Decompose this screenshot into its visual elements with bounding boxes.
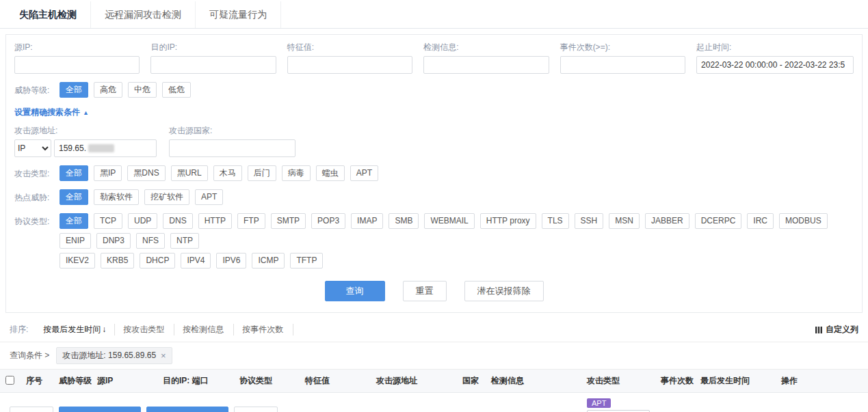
custom-columns-button[interactable]: 自定义列 [815, 324, 858, 335]
filter-option-chip[interactable]: 全部 [60, 189, 88, 205]
filter-option-chip[interactable]: DNP3 [96, 233, 131, 249]
protocol-options-line2: IKEV2 KRB5 DHCP IPV4 IPV6 ICMP TFTP [60, 253, 854, 269]
filter-option-chip[interactable]: SMB [389, 213, 419, 229]
footer-button-3[interactable] [146, 407, 228, 412]
filter-option-chip[interactable]: 后门 [248, 165, 276, 181]
filter-option-chip[interactable]: JABBER [645, 213, 689, 229]
filter-option-chip[interactable]: APT [350, 165, 378, 181]
detection-info-input[interactable] [423, 56, 549, 74]
filter-option-chip[interactable]: 全部 [60, 213, 88, 229]
time-range-field: 起止时间: [696, 42, 854, 74]
sort-option[interactable]: 按最后发生时间↓ [35, 324, 115, 335]
filter-option-chip[interactable]: 勒索软件 [94, 189, 139, 205]
attack-source-ip-input[interactable]: 159.65. [54, 139, 157, 157]
detection-info-label: 检测信息: [423, 42, 549, 53]
tab-suspicious-traffic[interactable]: 可疑流量行为 [196, 1, 281, 28]
filter-option-chip[interactable]: 高危 [94, 82, 122, 98]
filter-option-chip[interactable]: 全部 [60, 165, 88, 181]
advanced-search-toggle[interactable]: 设置精确搜索条件 ▲ [14, 107, 89, 118]
filter-option-chip[interactable]: 全部 [60, 82, 88, 98]
threat-level-label: 威胁等级: [14, 85, 55, 96]
threat-level-options: 全部 高危 中危 低危 [60, 82, 854, 98]
src-ip-label: 源IP: [14, 42, 140, 53]
filter-option-chip[interactable]: HTTP proxy [480, 213, 536, 229]
filter-option-chip[interactable]: POP3 [311, 213, 345, 229]
filter-option-chip[interactable]: TCP [94, 213, 122, 229]
filter-option-chip[interactable]: 黑IP [94, 165, 122, 181]
filter-option-chip[interactable]: 低危 [162, 82, 191, 98]
reset-button[interactable]: 重置 [403, 281, 447, 301]
last-time-cell: 2022-03-22 23:51:21 [695, 393, 776, 412]
select-all-checkbox[interactable] [5, 376, 14, 385]
query-button[interactable]: 查询 [325, 281, 385, 301]
filter-option-chip[interactable]: ICMP [252, 253, 285, 269]
filter-option-chip[interactable]: DNS [163, 213, 192, 229]
attack-type-options: 全部 黑IP 黑DNS 黑URL 木马 后门 病毒 蠕虫 APT [60, 165, 854, 181]
src-ip-input[interactable] [14, 56, 140, 74]
filter-option-chip[interactable]: 黑URL [171, 165, 208, 181]
filter-option-chip[interactable]: IPV4 [181, 253, 211, 269]
attack-source-type-select[interactable]: IP [14, 139, 51, 157]
filter-option-chip[interactable]: IRC [747, 213, 774, 229]
footer-button-1[interactable] [10, 407, 53, 412]
filter-option-chip[interactable]: SMTP [271, 213, 306, 229]
remove-condition-icon[interactable]: × [161, 351, 166, 360]
sort-option[interactable]: 按检测信息 [174, 324, 234, 335]
sort-direction-icon: ↓ [102, 325, 106, 334]
time-range-input[interactable] [696, 56, 854, 74]
filter-actions: 查询 重置 潜在误报筛除 [14, 281, 854, 301]
sort-option[interactable]: 按事件次数 [234, 324, 293, 335]
src-ip-field: 源IP: [14, 42, 140, 74]
filter-option-chip[interactable]: 病毒 [282, 165, 311, 181]
col-src-ip: 源IP [92, 370, 157, 393]
event-count-label: 事件次数(>=): [560, 42, 685, 53]
sort-option[interactable]: 按攻击类型 [115, 324, 174, 335]
filter-option-chip[interactable]: NFS [136, 233, 165, 249]
filter-option-chip[interactable]: DHCP [140, 253, 175, 269]
filter-option-chip[interactable]: IMAP [351, 213, 383, 229]
sort-bar: 排序: 按最后发生时间↓ 按攻击类型 按检测信息 按事件次数 自定义列 [0, 317, 868, 342]
attack-source-label: 攻击源地址: [14, 125, 158, 137]
filter-option-chip[interactable]: 蠕虫 [316, 165, 345, 181]
query-condition-text: 攻击源地址: 159.65.89.65 [62, 350, 156, 361]
filter-option-chip[interactable]: NTP [170, 233, 199, 249]
event-count-field: 事件次数(>=): [560, 42, 685, 74]
filter-option-chip[interactable]: MODBUS [779, 213, 828, 229]
filter-option-chip[interactable]: KRB5 [101, 253, 134, 269]
filter-option-chip[interactable]: DCERPC [695, 213, 742, 229]
filter-option-chip[interactable]: 中危 [128, 82, 157, 98]
filter-option-chip[interactable]: 木马 [213, 165, 242, 181]
event-count-input[interactable] [560, 56, 685, 74]
false-positive-filter-button[interactable]: 潜在误报筛除 [464, 281, 544, 301]
filter-option-chip[interactable]: ENIP [60, 233, 91, 249]
attack-country-input[interactable] [169, 139, 295, 157]
filter-option-chip[interactable]: IKEV2 [60, 253, 95, 269]
filter-option-chip[interactable]: 挖矿软件 [144, 189, 189, 205]
attack-type-label: 攻击类型: [14, 168, 55, 180]
col-threat-level: 威胁等级 [53, 370, 92, 393]
tab-remote-exploit-detection[interactable]: 远程漏洞攻击检测 [91, 1, 196, 28]
filter-option-chip[interactable]: APT [195, 189, 223, 205]
filter-option-chip[interactable]: IPV6 [216, 253, 246, 269]
hot-threat-row: 热点威胁: 全部 勒索软件 挖矿软件 APT [14, 189, 854, 205]
custom-columns-label: 自定义列 [826, 324, 858, 335]
sort-options: 按最后发生时间↓ 按攻击类型 按检测信息 按事件次数 [35, 324, 293, 335]
tab-compromised-host-detection[interactable]: 失陷主机检测 [5, 1, 91, 28]
dst-ip-input[interactable] [150, 56, 276, 74]
threat-level-row: 威胁等级: 全部 高危 中危 低危 [14, 82, 854, 98]
redacted-text [88, 144, 114, 152]
filter-option-chip[interactable]: MSN [609, 213, 640, 229]
footer-button-2[interactable] [59, 407, 141, 412]
footer-button-4[interactable] [234, 407, 278, 412]
filter-option-chip[interactable]: FTP [237, 213, 265, 229]
hot-threat-options: 全部 勒索软件 挖矿软件 APT [60, 189, 854, 205]
filter-option-chip[interactable]: HTTP [198, 213, 232, 229]
filter-option-chip[interactable]: SSH [575, 213, 604, 229]
filter-option-chip[interactable]: TFTP [290, 253, 323, 269]
attack-country-label: 攻击源国家: [169, 125, 295, 137]
signature-input[interactable] [287, 56, 412, 74]
filter-option-chip[interactable]: WEBMAIL [424, 213, 474, 229]
filter-option-chip[interactable]: 黑DNS [127, 165, 165, 181]
filter-option-chip[interactable]: UDP [128, 213, 157, 229]
filter-option-chip[interactable]: TLS [542, 213, 569, 229]
